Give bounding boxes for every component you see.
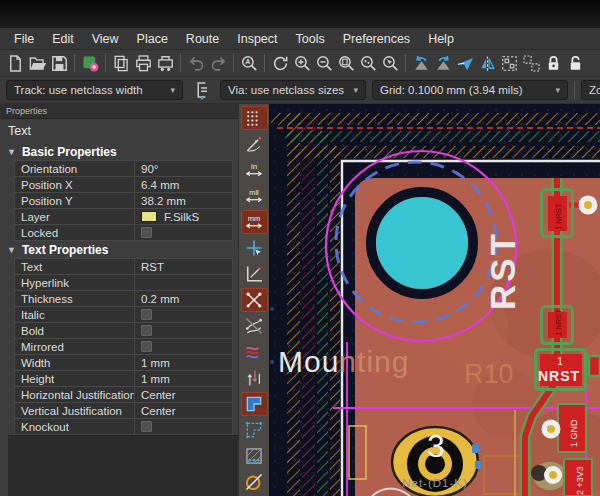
rst-silkscreen-text[interactable]: RST xyxy=(483,231,522,310)
ratsnest-icon[interactable] xyxy=(241,288,268,312)
ratsnest-curved-icon[interactable] xyxy=(241,314,268,338)
window-titlebar[interactable] xyxy=(0,0,600,28)
toolbar-separator xyxy=(180,54,181,72)
menu-place[interactable]: Place xyxy=(128,30,177,48)
units-mils-icon[interactable] xyxy=(241,184,268,208)
property-value-layer[interactable]: F.SilkS xyxy=(135,209,232,224)
property-value-text[interactable]: RST xyxy=(135,259,232,274)
page-settings-icon[interactable] xyxy=(110,52,132,75)
menu-file[interactable]: File xyxy=(5,30,43,48)
property-value-locked[interactable] xyxy=(135,225,232,240)
mounting-hole-drill[interactable] xyxy=(376,197,468,289)
property-row-text: TextRST xyxy=(14,258,233,275)
property-label: Knockout xyxy=(15,419,135,434)
property-value-knockout[interactable] xyxy=(135,419,232,434)
section-header-basic-properties[interactable]: ▼Basic Properties xyxy=(0,143,238,161)
net-highlight-icon[interactable] xyxy=(241,366,268,390)
property-value-horizontal-justification[interactable]: Center xyxy=(135,387,232,402)
pad-3v3[interactable]: 2 +3V3 xyxy=(564,459,592,496)
r10-reference-text[interactable]: R10 xyxy=(464,359,514,389)
toolbar-separator xyxy=(105,54,106,72)
units-inches-icon[interactable] xyxy=(241,158,268,182)
unlock-icon[interactable] xyxy=(564,52,586,75)
zone-sketch-icon[interactable] xyxy=(241,444,268,468)
cursor-shape-icon[interactable] xyxy=(241,236,268,260)
board-setup-icon[interactable] xyxy=(79,52,101,75)
measure-icon[interactable] xyxy=(241,262,268,286)
track-width-dropdown[interactable]: Track: use netclass width ▾ xyxy=(6,80,183,100)
rotate-ccw-icon[interactable] xyxy=(410,52,432,75)
pad-gnd[interactable]: 1 GND xyxy=(558,404,586,452)
pad-partial[interactable] xyxy=(589,356,600,376)
bold-checkbox[interactable] xyxy=(141,325,152,336)
zone-fill-icon[interactable] xyxy=(241,392,268,416)
section-header-text-properties[interactable]: ▼Text Properties xyxy=(0,241,238,259)
flip-board-view-icon[interactable] xyxy=(454,52,476,75)
menu-preferences[interactable]: Preferences xyxy=(334,30,419,48)
menu-tools[interactable]: Tools xyxy=(287,30,334,48)
zoom-dropdown[interactable]: Zoom xyxy=(581,80,600,100)
property-value-vertical-justification[interactable]: Center xyxy=(135,403,232,418)
property-label: Locked xyxy=(15,225,135,240)
menu-view[interactable]: View xyxy=(83,30,128,48)
pad-nrst-main[interactable]: 1 NRST xyxy=(536,350,586,390)
undo-icon[interactable] xyxy=(185,52,207,75)
zoom-selection-icon[interactable] xyxy=(379,52,401,75)
auto-track-width-button[interactable] xyxy=(189,78,214,102)
menu-route[interactable]: Route xyxy=(177,30,228,48)
property-value-width[interactable]: 1 mm xyxy=(135,355,232,370)
locked-checkbox[interactable] xyxy=(141,227,152,238)
find-icon[interactable] xyxy=(238,52,260,75)
property-value-bold[interactable] xyxy=(135,323,232,338)
property-value-mirrored[interactable] xyxy=(135,339,232,354)
rotate-cw-icon[interactable] xyxy=(432,52,454,75)
units-mm-icon[interactable] xyxy=(241,210,268,234)
zoom-out-icon[interactable] xyxy=(313,52,335,75)
zone-outline-icon[interactable] xyxy=(241,418,268,442)
plot-icon[interactable] xyxy=(154,52,176,75)
via[interactable] xyxy=(542,420,561,439)
via[interactable] xyxy=(579,196,598,215)
pcb-canvas[interactable]: RST Mounting R10 1 NRST xyxy=(269,104,600,496)
italic-checkbox[interactable] xyxy=(141,309,152,320)
zoom-in-icon[interactable] xyxy=(291,52,313,75)
property-text-value: 1 mm xyxy=(141,357,170,369)
save-icon[interactable] xyxy=(48,52,70,75)
property-value-orientation[interactable]: 90° xyxy=(135,161,232,176)
new-board-icon[interactable] xyxy=(4,52,26,75)
via[interactable] xyxy=(544,466,562,484)
property-value-thickness[interactable]: 0.2 mm xyxy=(135,291,232,306)
menu-help[interactable]: Help xyxy=(419,30,463,48)
via-dim[interactable] xyxy=(270,360,274,364)
mirrored-checkbox[interactable] xyxy=(141,341,152,352)
via-size-dropdown[interactable]: Via: use netclass sizes ▾ xyxy=(220,80,366,100)
chevron-down-icon: ▾ xyxy=(170,85,175,95)
property-value-hyperlink[interactable] xyxy=(135,275,232,290)
property-value-height[interactable]: 1 mm xyxy=(135,371,232,386)
lock-icon[interactable] xyxy=(542,52,564,75)
zoom-fit-page-icon[interactable] xyxy=(335,52,357,75)
knockout-checkbox[interactable] xyxy=(141,421,152,432)
toolbar-separator xyxy=(405,54,406,72)
group-icon[interactable] xyxy=(498,52,520,75)
property-value-position-x[interactable]: 6.4 mm xyxy=(135,177,232,192)
layer-color-swatch[interactable] xyxy=(141,211,157,222)
redo-icon[interactable] xyxy=(207,52,229,75)
mounting-silkscreen-text[interactable]: Mounting xyxy=(278,345,409,378)
mirror-icon[interactable] xyxy=(476,52,498,75)
via-dim[interactable] xyxy=(270,307,274,311)
zoom-fit-objects-icon[interactable] xyxy=(357,52,379,75)
menu-edit[interactable]: Edit xyxy=(43,30,83,48)
grid-dropdown[interactable]: Grid: 0.1000 mm (3.94 mils) ▾ xyxy=(372,80,568,100)
net-colors-icon[interactable] xyxy=(241,340,268,364)
refresh-icon[interactable] xyxy=(269,52,291,75)
pad-sketch-icon[interactable] xyxy=(241,470,268,494)
polar-coords-icon[interactable] xyxy=(241,132,268,156)
open-board-icon[interactable] xyxy=(26,52,48,75)
menu-inspect[interactable]: Inspect xyxy=(228,30,286,48)
print-icon[interactable] xyxy=(132,52,154,75)
ungroup-icon[interactable] xyxy=(520,52,542,75)
property-value-italic[interactable] xyxy=(135,307,232,322)
grid-dots-icon[interactable] xyxy=(241,106,268,130)
property-value-position-y[interactable]: 38.2 mm xyxy=(135,193,232,208)
